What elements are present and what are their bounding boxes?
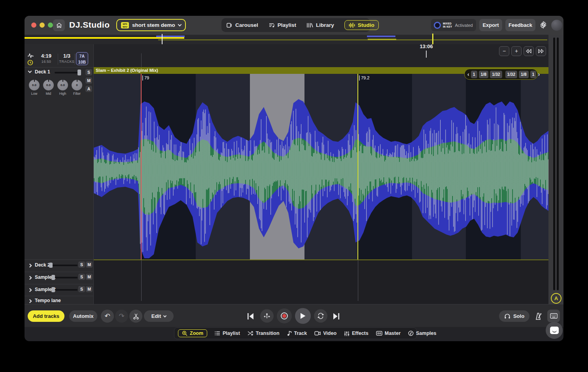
sample1-expand-chevron-icon[interactable] bbox=[28, 276, 32, 280]
record-button[interactable] bbox=[277, 308, 292, 323]
timeline-minimap[interactable] bbox=[25, 35, 563, 44]
user-avatar[interactable] bbox=[551, 20, 562, 31]
samples-icon bbox=[408, 331, 414, 336]
tab-track[interactable]: Track bbox=[287, 331, 307, 336]
sample1-solo-button[interactable]: S bbox=[78, 274, 85, 280]
feedback-button[interactable]: Feedback bbox=[505, 19, 535, 31]
tab-samples[interactable]: Samples bbox=[408, 331, 436, 336]
undo-button[interactable]: ↶ bbox=[101, 310, 114, 323]
deck2-mute-button[interactable]: M bbox=[86, 261, 93, 268]
split-scissors-button[interactable] bbox=[129, 310, 142, 323]
sample1-mute-button[interactable]: M bbox=[86, 274, 93, 280]
waveform-canvas[interactable]: 7979.2 bbox=[94, 74, 548, 259]
edit-menu-button[interactable]: Edit bbox=[144, 310, 174, 322]
vertical-scrollbar-2[interactable] bbox=[557, 38, 559, 290]
deck1-volume-slider[interactable] bbox=[55, 72, 81, 73]
deck1-automation-button[interactable]: A bbox=[85, 86, 92, 92]
metronome-button[interactable] bbox=[533, 311, 543, 321]
minimize-window-button[interactable] bbox=[40, 23, 45, 28]
redo-button[interactable]: ↷ bbox=[115, 310, 128, 323]
knob-high[interactable]: 0.0High bbox=[57, 80, 68, 96]
tab-effects[interactable]: Effects bbox=[344, 331, 369, 336]
snap-grid-bar: ‹ 1 1/8 1/32 1/32 1/8 1 › bbox=[464, 69, 538, 80]
export-button[interactable]: Export bbox=[479, 19, 502, 31]
snap-next-arrow[interactable]: › bbox=[538, 71, 540, 77]
skip-to-end-button[interactable] bbox=[331, 312, 341, 321]
deck1-volume-handle[interactable] bbox=[78, 70, 81, 75]
support-chat-button[interactable] bbox=[546, 322, 563, 339]
deck1-collapse-chevron-icon[interactable] bbox=[28, 69, 32, 73]
sample2-mute-button[interactable]: M bbox=[86, 286, 93, 292]
automix-button[interactable]: Automix bbox=[69, 310, 97, 322]
tempo-lane-expand-chevron-icon[interactable] bbox=[28, 299, 32, 303]
rewind-button[interactable] bbox=[524, 46, 534, 56]
tab-transition[interactable]: Transition bbox=[248, 331, 280, 336]
sample2-volume-slider[interactable] bbox=[51, 289, 78, 291]
minimap-current-track-line bbox=[25, 37, 184, 39]
snap-value-button[interactable]: 1/32 bbox=[490, 71, 502, 78]
knob-low[interactable]: 0.0Low bbox=[29, 80, 40, 96]
zoom-out-button[interactable]: − bbox=[499, 46, 509, 56]
deck1-mute-button[interactable]: M bbox=[85, 77, 92, 84]
solo-button[interactable]: Solo bbox=[499, 310, 529, 322]
play-button[interactable] bbox=[295, 308, 311, 324]
chat-bubble-icon bbox=[550, 327, 559, 334]
fast-forward-button[interactable] bbox=[536, 46, 546, 56]
app-window: DJ.Studio MP3WAV short stem demo Carouse… bbox=[25, 16, 563, 341]
nav-tab-studio[interactable]: Studio bbox=[344, 20, 379, 30]
snap-value-button[interactable]: 1 bbox=[471, 71, 477, 78]
key-badge[interactable]: 7A10B bbox=[76, 52, 88, 65]
cursor-time-tick bbox=[426, 51, 427, 58]
carousel-icon bbox=[226, 23, 233, 28]
project-selector[interactable]: MP3WAV short stem demo bbox=[116, 19, 186, 31]
minimap-cursor-marker[interactable] bbox=[432, 34, 433, 44]
nav-tab-library[interactable]: Library bbox=[306, 22, 334, 28]
snap-value-button[interactable]: 1/8 bbox=[519, 71, 529, 78]
deck2-volume-handle[interactable] bbox=[49, 263, 53, 268]
automix-indicator-badge[interactable]: A bbox=[551, 293, 562, 304]
snap-value-button[interactable]: 1/8 bbox=[479, 71, 489, 78]
vertical-scrollbar-1[interactable] bbox=[553, 38, 555, 290]
deck1-solo-button[interactable]: S bbox=[85, 69, 92, 75]
add-tracks-button[interactable]: Add tracks bbox=[28, 310, 64, 322]
deck2-expand-chevron-icon[interactable] bbox=[28, 264, 32, 268]
deck2-solo-button[interactable]: S bbox=[78, 261, 85, 268]
sample2-volume-handle[interactable] bbox=[51, 287, 55, 292]
close-window-button[interactable] bbox=[31, 23, 36, 28]
tab-zoom[interactable]: Zoom bbox=[178, 329, 207, 337]
snap-to-playhead-button[interactable] bbox=[260, 309, 274, 323]
record-icon bbox=[281, 312, 288, 319]
zoom-in-button[interactable]: + bbox=[511, 46, 522, 56]
mixed-in-key-badge[interactable]: MIXEDIN KEY Activated bbox=[431, 19, 476, 31]
sample2-solo-button[interactable]: S bbox=[78, 286, 85, 292]
minimap-playhead[interactable] bbox=[162, 34, 163, 44]
project-name: short stem demo bbox=[132, 22, 175, 28]
app-logo: DJ.Studio bbox=[69, 20, 110, 30]
tab-playlist[interactable]: Playlist bbox=[215, 331, 240, 336]
knob-filter[interactable]: 0Filter bbox=[72, 80, 82, 96]
settings-gear-icon[interactable] bbox=[539, 20, 548, 30]
nav-tab-carousel[interactable]: Carousel bbox=[226, 22, 258, 28]
keyboard-shortcuts-button[interactable] bbox=[547, 310, 560, 322]
effects-sliders-icon bbox=[344, 331, 350, 336]
snap-value-button[interactable]: 1 bbox=[530, 71, 537, 78]
sample2-expand-chevron-icon[interactable] bbox=[28, 288, 32, 292]
deck2-volume-slider[interactable] bbox=[49, 265, 78, 266]
sample1-volume-slider[interactable] bbox=[51, 277, 78, 278]
zoom-window-button[interactable] bbox=[48, 23, 53, 28]
keyboard-icon bbox=[550, 313, 558, 319]
sample1-volume-handle[interactable] bbox=[51, 275, 55, 280]
skip-to-start-button[interactable] bbox=[246, 312, 255, 321]
tab-video[interactable]: Video bbox=[314, 331, 337, 336]
elapsed-time: 4:19 bbox=[36, 53, 56, 59]
nav-tab-playlist[interactable]: Playlist bbox=[268, 22, 296, 28]
transition-crossfade-icon bbox=[248, 331, 253, 336]
snap-value-button[interactable]: 1/32 bbox=[505, 71, 517, 78]
tab-master[interactable]: Master bbox=[376, 331, 401, 336]
knob-mid[interactable]: 0.0Mid bbox=[43, 80, 54, 96]
snap-prev-arrow[interactable]: ‹ bbox=[467, 71, 469, 77]
below-track-area bbox=[94, 260, 548, 304]
home-button[interactable] bbox=[53, 19, 65, 31]
loop-button[interactable] bbox=[314, 309, 327, 323]
svg-text:79: 79 bbox=[144, 75, 149, 80]
